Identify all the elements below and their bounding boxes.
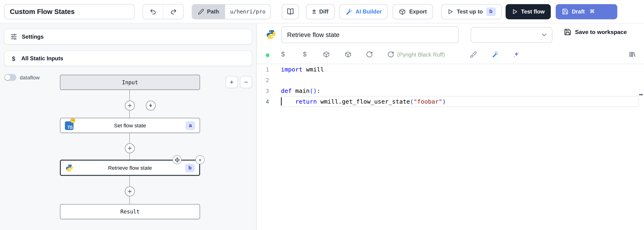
redo-button[interactable] [163,5,183,19]
line-number: 2 [256,77,269,83]
refresh-icon-button[interactable] [366,50,373,58]
ai-builder-button[interactable]: AI Builder [339,4,388,19]
set-node-label: Set flow state [114,122,146,128]
test-flow-button[interactable]: Test flow [506,4,551,19]
plus-circle-icon [127,103,132,108]
play-icon [512,8,518,15]
static-inputs-label: All Static Inputs [22,55,63,61]
ai-wand-icon-button[interactable] [491,50,498,58]
settings-label: Settings [22,34,44,40]
plus-circle-icon [127,146,132,151]
flow-graph-pane: Settings $ All Static Inputs dataflow In… [0,24,256,230]
path-edit-button[interactable]: Path [192,5,225,19]
lightning-icon [148,103,153,108]
retrieve-node-label: Retrieve flow state [108,165,152,171]
language-select[interactable] [471,27,552,43]
python-icon [266,29,276,40]
code-line: 1 import wmill [256,64,644,75]
path-label: Path [207,8,219,15]
line-number: 4 [256,98,269,105]
draft-label: Draft [572,8,585,15]
pencil-icon [198,8,204,15]
insert-step-button[interactable] [125,101,135,110]
test-flow-label: Test flow [521,8,545,15]
diff-button[interactable]: ± Diff [306,4,334,19]
current-line-highlight [281,96,639,107]
emoji-icon [70,118,75,123]
result-node-label: Result [120,208,140,215]
zoom-out-button[interactable]: − [240,76,252,88]
trigger-button[interactable] [146,101,156,110]
draft-shortcut: ⌘ [590,9,594,15]
python-icon [66,164,74,172]
text-cursor [281,97,282,105]
undo-redo-group [142,4,184,19]
move-step-button[interactable] [172,155,182,164]
library-panel-icon-button[interactable] [628,50,636,58]
line-number: 3 [256,88,269,94]
flow-node-result[interactable]: Result [60,204,200,219]
dataflow-toggle-row: dataflow [4,74,40,81]
overview-ruler-cursor-mark [639,94,643,95]
path-control: Path u/henri/pro [192,4,271,19]
flow-node-set-flow-state[interactable]: TS Set flow state a [60,118,200,133]
plus-circle-icon [127,189,132,194]
sliders-icon [10,33,17,40]
ai-builder-label: AI Builder [356,8,382,15]
test-up-to-button[interactable]: Test up to b [441,4,502,19]
export-label: Export [409,8,427,15]
line-number: 1 [256,66,269,73]
wand-icon [345,8,352,15]
undo-button[interactable] [143,5,163,19]
topbar: Custom Flow States Path u/henri/pro ± Di… [0,0,644,24]
package-icon-button[interactable] [344,50,352,58]
sparkles-icon-button[interactable] [512,50,520,58]
editor-toolbar: $ $ (Pyright Black Ruff) [256,46,644,64]
step-badge-b: b [185,163,195,172]
save-to-workspace-button[interactable]: Save to workspace [564,28,627,36]
step-badge-a: a [186,121,195,130]
export-button[interactable]: Export [393,4,433,19]
diff-label: Diff [319,8,328,15]
dollar-icon-button[interactable]: $ [279,50,287,58]
app-window: Custom Flow States Path u/henri/pro ± Di… [0,0,644,230]
draft-button[interactable]: Draft ⌘ [556,4,618,19]
settings-bar[interactable]: Settings [4,29,252,45]
flow-node-input[interactable]: Input [60,75,200,90]
undo-icon [150,8,156,15]
delete-step-button[interactable]: × [196,155,204,164]
flow-title-input[interactable]: Custom Flow States [4,4,135,19]
dollar-icon: $ [10,55,17,62]
package-icon [399,8,406,15]
dollar-icon-button[interactable]: $ [301,50,308,58]
book-icon [287,8,294,15]
save-icon [564,28,572,36]
move-icon [174,157,180,162]
refresh-icon-button[interactable] [387,50,394,58]
insert-step-button[interactable] [125,143,135,153]
all-static-inputs-bar[interactable]: $ All Static Inputs [4,51,252,66]
redo-icon [170,8,177,15]
package-icon-button[interactable] [322,50,330,58]
insert-step-button[interactable] [125,186,135,196]
format-brush-icon-button[interactable] [470,50,477,58]
code-line: 2 [256,75,644,85]
input-node-label: Input [122,79,138,85]
dataflow-toggle[interactable] [4,74,16,81]
save-to-workspace-label: Save to workspace [575,29,627,35]
play-icon [448,8,454,15]
typescript-icon: TS [65,121,74,130]
code-line: 3 def main(): [256,85,644,96]
path-value[interactable]: u/henri/pro [225,5,270,19]
test-up-to-label: Test up to [457,8,483,15]
step-name-input[interactable] [281,26,459,43]
code-editor[interactable]: 1 import wmill 2 3 def main(): 4 return … [256,64,644,230]
status-dot-icon [266,53,270,57]
close-icon: × [198,157,202,163]
plus-minus-icon: ± [312,8,316,15]
zoom-in-button[interactable]: + [226,76,238,88]
docs-button[interactable] [282,4,299,19]
step-editor-pane: Save to workspace $ $ (Pyright Black Ruf… [256,24,644,230]
save-icon [562,8,568,15]
code-line-current: 4 return wmill.get_flow_user_state("foob… [256,96,644,107]
